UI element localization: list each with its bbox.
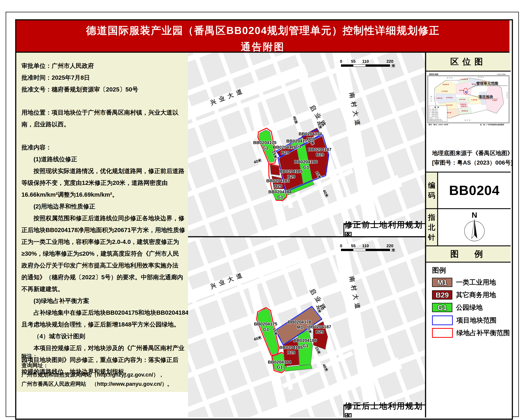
compass-label-cell: 指北针 [426,209,438,245]
parcel-label-code: BB0204186 [294,159,317,164]
svg-text:县级行政中心: 县级行政中心 [432,109,438,110]
footnote-line: 查询网址： [21,361,173,370]
parcel-label-type: B29 [274,184,282,188]
svg-text:黄埔区: 黄埔区 [478,76,485,78]
parcel-label-type: G1 [277,194,283,199]
svg-text:镇级行政中心: 镇级行政中心 [431,110,438,112]
svg-text:镇级行政界线: 镇级行政界线 [431,116,438,117]
approval-unit: 审批单位：广州市人民政府 [21,60,192,72]
svg-text:220: 220 [386,244,393,248]
content-line: (2)用地边界和性质修正 [21,201,192,212]
parcel-label-code: BB0204186 [293,338,317,343]
parcel-label-type: B29 [316,329,324,334]
project-range-swatch [432,315,453,325]
road-width-label: 40米 [253,158,262,164]
content-line: 政府办公厅关于印发广州市提高工业用地利用效率实施办法 [21,260,192,271]
svg-text:市桥街道: 市桥街道 [460,103,467,105]
content-line: 按照现状实际道路情况，优化规划道路网，修正前后道路 [21,165,192,177]
svg-text:石碁镇: 石碁镇 [482,98,487,99]
svg-text:东莞市: 东莞市 [506,92,508,99]
north-arrow-icon: N [459,210,490,244]
parcel-label-code: BB0204175 [253,140,276,145]
footnote-block: 附注： 查询网址： 广州市规划和自然资源局网站（http://ghzyj.gz.… [21,352,173,389]
svg-text:佛山市: 佛山市 [430,96,432,102]
content-line: 按照权属范围和修正后道路线位同步修正各地块边界，修 [21,212,192,224]
basemap-source-note: 地理底图来源于《番禺区地图》 [审图号：粤AS（2023）006号] [426,142,511,173]
svg-text:55: 55 [351,59,356,64]
svg-text:55: 55 [351,244,356,248]
svg-text:米: 米 [391,64,395,68]
content-line: 正为一类工业用地，容积率修正为2.0-4.0，建筑密度修正为 [21,236,192,248]
parcel-label-code: BB0204184 [268,360,291,364]
approval-number: 批准文号：穗府番规划资源审〔2025〕50号 [21,84,192,95]
parcel-label-code: BB0204178 [273,145,296,150]
legend-item-project-range: 项目地块范围 [432,315,497,325]
svg-text:大石街道: 大石街道 [441,91,448,92]
parcel-label-type: B29 [281,150,289,155]
legend-item-m1: M1 一类工业用地 [432,278,496,287]
road-width-label: 40米 [322,189,329,198]
location-map: 番禺区地图 行政区划简版 [426,72,511,142]
content-line: 16.66km/km²调整为16.69km/km²。 [21,189,192,201]
page-title: 德道国际服装产业园（番禺区BB0204规划管理单元）控制性详细规划修正 [16,24,509,38]
footnote-url-2: 广州市番禺区人民政府网站 （http://www.panyu.gov.cn/）。 [21,379,173,389]
svg-text:海珠区: 海珠区 [447,77,454,78]
map-column: 兴业大道 南村大道 启业路 [188,53,425,417]
svg-text:南沙区: 南沙区 [464,119,471,121]
svg-text:资料截止时间为2022年12月31日: 资料截止时间为2022年12月31日 [429,120,443,121]
svg-text:化龙镇: 化龙镇 [482,81,487,83]
scale-bar: 0 55 110 220 米 [340,244,395,252]
parcel-label-type: G1 [296,144,301,149]
location-map-drawing: 番禺区地图 行政区划简版 [428,73,509,126]
content-line: 等级保持不变，宽度由12米修正为20米，道路网密度由 [21,177,192,189]
parcel-label-code: BB0204187 [308,324,331,329]
parcel-label-type: G1 [263,327,269,332]
unit-code: BB0204 [449,183,500,198]
svg-text:东环街道: 东环街道 [459,99,466,100]
parcel-label-type: B29 [316,152,324,157]
svg-text:110: 110 [362,244,369,248]
minimap-producer: 监 制：广州市规划和自然资源局 [480,124,504,126]
unit-code-label-cell: 编码 [426,173,438,208]
svg-text:图 例: 图 例 [435,107,439,108]
content-frame: 德道国际服装产业园（番禺区BB0204规划管理单元）控制性详细规划修正 通告附图… [15,19,513,420]
map-before-caption: 修正前土地利用规划图 [343,223,425,236]
legend-item-green-balance-range: 绿地占补平衡范围 [432,328,510,338]
unit-code-row: 编码 BB0204 [426,173,511,209]
sidebar: 区位图 番禺区地图 行政区划简版 [425,53,511,417]
parcel-label-code: BB0204178 [288,320,311,324]
svg-text:新造镇: 新造镇 [472,83,477,85]
parcel-label-type: M1 [297,325,303,330]
svg-text:钟村街道: 钟村街道 [446,97,453,98]
content-line: (1)道路线位修正 [21,153,192,165]
content-line: 占补绿地集中在修正后地块BB0204175和地块BB0204184， [21,307,192,319]
svg-text:0: 0 [340,59,342,64]
svg-text:110: 110 [362,59,369,64]
map-after-panel: 兴业大道 南村大道 启业路 [188,237,425,417]
content-line: 且考虑地块规划合理性，修正后新增1848平方米公园绿地。 [21,319,192,330]
b29-swatch: B29 [432,290,452,300]
svg-text:桥南街道: 桥南街道 [462,110,468,112]
parcel-label-code: BB0204175 [254,322,277,327]
scale-bar: 0 55 110 220 米 [340,59,395,68]
parcel-label-type: G1 [277,365,283,370]
title-banner: 德道国际服装产业园（番禺区BB0204规划管理单元）控制性详细规划修正 通告附图 [16,20,509,53]
road-width-label: 40米 [253,335,262,342]
parcel-label-code: BB0204134 [299,131,322,136]
approval-date: 批准时间：2025年7月8日 [21,72,192,84]
green-balance-swatch [432,328,453,338]
content-line: ≥30%，绿地率修正为≤20%，建筑高度应符合《广州市人民 [21,248,192,260]
svg-text:地级行政界线: 地级行政界线 [431,112,438,113]
parcel-label-type: G1 [302,343,308,348]
map-before-panel: 兴业大道 南村大道 启业路 [188,53,425,237]
parcel-label-type: G1 [262,145,268,150]
approval-content-heading: 批准内容： [21,142,192,153]
legend-item-g1: G1 公园绿地 [432,303,483,312]
g1-swatch: G1 [432,303,452,312]
legend-area: 图例 M1 一类工业用地 B29 其它商务用地 G1 公园绿地 项目地块范围 [426,263,511,417]
parcel-label-type: G1 [303,165,309,170]
map-after-drawing: 兴业大道 南村大道 启业路 [188,237,425,417]
map-before-drawing: 兴业大道 南村大道 启业路 [188,53,425,236]
content-line: 正后地块BB0204178净用地面积为20671平方米，用地性质修 [21,224,192,236]
parcel-label-type: B29 [287,350,295,355]
